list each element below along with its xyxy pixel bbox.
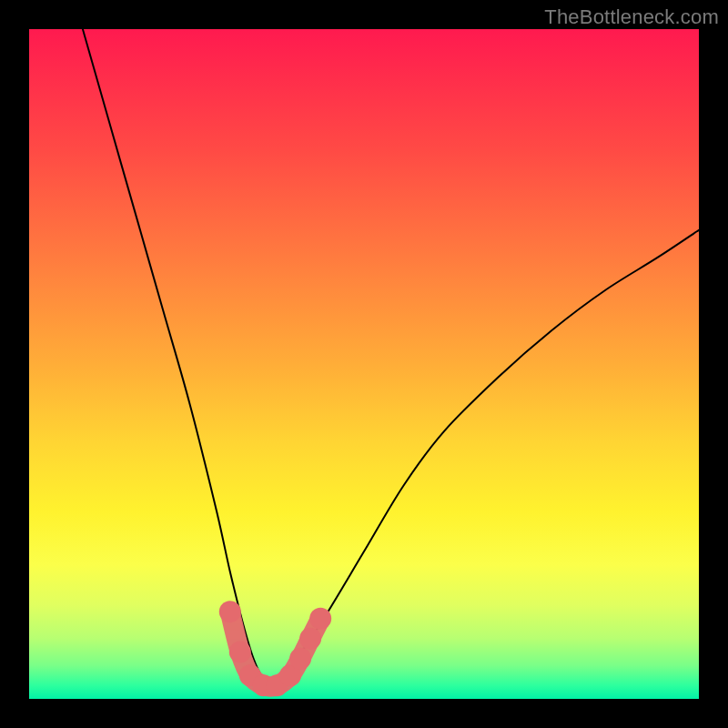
highlight-dot	[309, 608, 331, 630]
chart-frame	[29, 29, 699, 699]
highlight-dot	[219, 601, 241, 622]
highlight-dot	[229, 642, 251, 663]
chart-svg	[29, 29, 699, 699]
highlight-dot	[289, 648, 311, 670]
highlight-dot	[299, 628, 321, 650]
bottleneck-curve	[83, 29, 699, 685]
watermark-text: TheBottleneck.com	[544, 5, 719, 29]
highlight-dots	[219, 601, 331, 696]
